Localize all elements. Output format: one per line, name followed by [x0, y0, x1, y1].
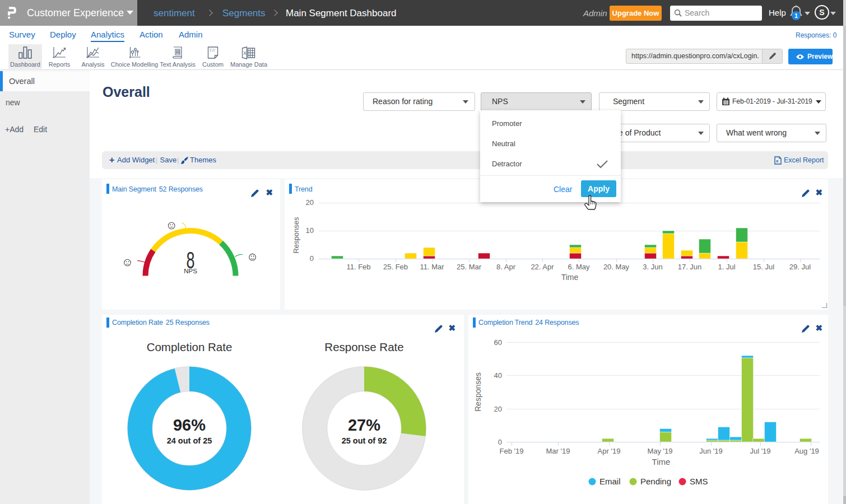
svg-text:1. Jul: 1. Jul: [718, 263, 735, 271]
svg-text:24 out of 25: 24 out of 25: [167, 436, 212, 445]
svg-text:0: 0: [498, 438, 502, 446]
svg-text:25. Feb: 25. Feb: [383, 263, 408, 271]
svg-text:Mar '19: Mar '19: [546, 447, 570, 455]
svg-text:11. Feb: 11. Feb: [346, 263, 370, 271]
svg-text:40: 40: [494, 371, 502, 380]
svg-text:3. Jun: 3. Jun: [643, 263, 662, 271]
svg-text:8. Apr: 8. Apr: [496, 263, 516, 271]
svg-text:22. Apr: 22. Apr: [531, 263, 554, 271]
svg-text:96%: 96%: [173, 416, 206, 434]
svg-text:Response Rate: Response Rate: [324, 340, 403, 353]
svg-text:Apr '19: Apr '19: [598, 447, 621, 455]
svg-text:20: 20: [306, 198, 314, 207]
svg-text:Jul '19: Jul '19: [750, 447, 770, 455]
svg-text:Responses: Responses: [292, 217, 300, 254]
svg-text:Time: Time: [561, 273, 579, 282]
svg-text:20. May: 20. May: [603, 263, 630, 271]
svg-text:Responses: Responses: [473, 372, 482, 412]
svg-text:11. Mar: 11. Mar: [420, 263, 444, 271]
svg-text:6. May: 6. May: [568, 263, 590, 271]
svg-text:15. Jul: 15. Jul: [753, 263, 774, 271]
svg-text:17. Jun: 17. Jun: [678, 263, 702, 271]
svg-text:60: 60: [494, 338, 502, 347]
svg-text:SMS: SMS: [690, 477, 708, 486]
svg-text:Pending: Pending: [640, 477, 671, 486]
svg-text:0: 0: [310, 254, 314, 263]
svg-text:NPS: NPS: [184, 268, 197, 274]
svg-text:Email: Email: [599, 477, 621, 486]
svg-text:10: 10: [306, 226, 314, 235]
svg-text:May '19: May '19: [647, 447, 672, 455]
svg-text:Jun '19: Jun '19: [699, 447, 723, 455]
svg-text:Time: Time: [652, 457, 671, 466]
svg-text:x: x: [776, 158, 779, 164]
svg-text:Completion Rate: Completion Rate: [147, 340, 233, 353]
svg-text:25 out of 92: 25 out of 92: [342, 436, 387, 445]
svg-text:20: 20: [494, 405, 502, 413]
svg-text:Aug '19: Aug '19: [794, 447, 819, 455]
svg-text:25. Mar: 25. Mar: [457, 263, 482, 271]
svg-text:27%: 27%: [348, 416, 380, 434]
svg-text:Feb '19: Feb '19: [500, 447, 524, 455]
svg-text:X: X: [243, 50, 247, 56]
svg-text:29. Jul: 29. Jul: [789, 263, 811, 271]
